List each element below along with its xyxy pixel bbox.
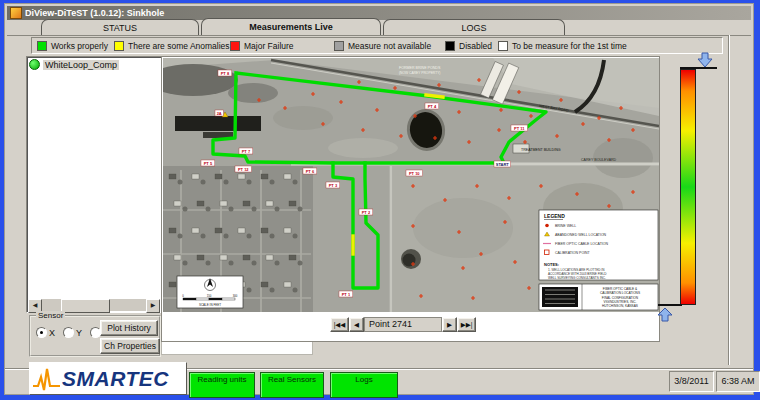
scroll-right-button[interactable]: ▶ [146,299,160,313]
svg-text:WELL SURVEYING CONSULTANTS INC: WELL SURVEYING CONSULTANTS INC. [548,276,606,280]
svg-text:TREATMENT BUILDING: TREATMENT BUILDING [521,148,561,152]
svg-text:LEGEND: LEGEND [544,213,565,219]
svg-text:CAREY BOULEVARD: CAREY BOULEVARD [581,158,617,162]
app-icon [10,7,22,19]
svg-text:(NOW CAREY PROPERTY): (NOW CAREY PROPERTY) [399,71,440,75]
scroll-track[interactable] [42,299,146,311]
map-legend-box: LEGENDBRINE WELLABANDONED WELL LOCATIONF… [539,210,658,280]
legend-item-disabled: Disabled [445,41,492,51]
radio-y-icon [63,327,74,338]
tab-logs[interactable]: LOGS [383,19,565,35]
sensor-tree-list[interactable]: WhiteLoop_Comp ◀ ▶ [26,56,162,313]
legend-item-first-time: To be measure for the 1st time [498,41,627,51]
point-navigator: |◀◀ ◀ Point 2741 ▶ ▶▶| [330,317,476,332]
svg-text:PT 1: PT 1 [342,292,351,297]
tab-measurements-live[interactable]: Measurements Live [201,18,381,35]
sensor-group-title: Sensor [36,311,65,320]
status-dot-icon [29,59,40,70]
first-point-button[interactable]: |◀◀ [330,317,349,332]
status-date: 3/8/2011 [669,371,714,392]
pane-right-groove [728,35,729,365]
green-swatch-icon [37,41,47,51]
app-window: DiView-DiTeST (1.0.12): Sinkhole STATUS … [0,0,760,400]
legend-item-major-failure: Major Failure [230,41,294,51]
prev-point-button[interactable]: ◀ [349,317,364,332]
colorbar-bottom-marker [658,304,682,306]
svg-text:ABANDONED WELL LOCATION: ABANDONED WELL LOCATION [555,233,607,237]
yellow-swatch-icon [114,41,124,51]
black-swatch-icon [445,41,455,51]
reading-units-button[interactable]: Reading units [189,372,255,398]
last-point-button[interactable]: ▶▶| [457,317,476,332]
real-sensors-button[interactable]: Real Sensors [260,372,324,398]
plot-history-button[interactable]: Plot History [100,320,158,336]
ch-properties-button[interactable]: Ch Properties [100,338,160,354]
svg-text:FIBER OPTIC CABLE LOCATION: FIBER OPTIC CABLE LOCATION [555,242,609,246]
title-bar[interactable]: DiView-DiTeST (1.0.12): Sinkhole [7,6,751,20]
sensor-group: Sensor X Y Z Plot History Ch Properties [29,315,161,357]
panel-filler [161,342,313,355]
status-legend-bar: Works properly There are some Anomalies … [31,37,723,54]
tab-status[interactable]: STATUS [41,19,199,35]
svg-text:PT 3: PT 3 [329,183,338,188]
svg-text:CALIBRATION POINT: CALIBRATION POINT [555,251,591,255]
svg-text:PT 8: PT 8 [221,71,230,76]
strain-colorbar [680,69,696,305]
current-point-field[interactable]: Point 2741 [364,317,442,332]
tree-item-label: WhiteLoop_Comp [43,60,119,70]
smartec-logo: SMARTEC [29,362,187,395]
svg-text:PT 11: PT 11 [514,126,525,131]
horizontal-scrollbar[interactable]: ◀ ▶ [28,299,160,311]
svg-text:PT 6: PT 6 [306,169,315,174]
legend-item-works-properly: Works properly [37,41,108,51]
legend-item-anomalies: There are some Anomalies [114,41,230,51]
radio-x[interactable]: X [36,327,55,338]
svg-text:PT 7: PT 7 [242,149,251,154]
slider-down-arrow-icon[interactable] [695,52,715,68]
radio-y[interactable]: Y [63,327,82,338]
svg-text:PT 12: PT 12 [238,167,249,172]
slider-up-arrow-icon[interactable] [656,307,674,322]
legend-item-not-available: Measure not available [334,41,431,51]
svg-text:FORMER BRINE PONDS: FORMER BRINE PONDS [399,66,441,70]
logs-button[interactable]: Logs [330,372,398,398]
map-panel: PT 82APT 7PT 5PT 12PT 6PT 3PT 2PT 1PT 10… [161,56,660,342]
svg-text:150: 150 [207,294,212,298]
svg-text:BRINE WELL: BRINE WELL [555,224,576,228]
svg-text:PT 10: PT 10 [409,171,420,176]
red-swatch-icon [230,41,240,51]
svg-text:PT 5: PT 5 [204,161,213,166]
svg-text:2A: 2A [217,111,222,116]
svg-text:SCALE IN FEET: SCALE IN FEET [199,303,221,307]
svg-text:PT 4: PT 4 [428,104,437,109]
svg-text:PT 2: PT 2 [362,210,371,215]
next-point-button[interactable]: ▶ [442,317,457,332]
svg-text:300: 300 [233,294,238,298]
scroll-thumb[interactable] [61,299,110,313]
map-title-block: FIBER OPTIC CABLE &CALIBRATION LOCATIONS… [539,284,658,310]
compass-and-scale: 0150300SCALE IN FEET [177,276,243,308]
window-body: DiView-DiTeST (1.0.12): Sinkhole STATUS … [4,3,754,395]
gray-swatch-icon [334,41,344,51]
svg-text:START: START [496,162,510,167]
window-title: DiView-DiTeST (1.0.12): Sinkhole [25,8,164,18]
radio-x-icon [36,327,47,338]
smartec-waveform-icon [32,364,62,394]
smartec-logo-text: SMARTEC [62,367,169,391]
tree-item-whiteloop[interactable]: WhiteLoop_Comp [27,57,161,72]
aerial-map: PT 82APT 7PT 5PT 12PT 6PT 3PT 2PT 1PT 10… [163,58,659,312]
tab-pane-edge [7,35,751,36]
svg-text:NOTES:: NOTES: [544,262,559,267]
white-swatch-icon [498,41,508,51]
status-time: 6:38 AM [716,371,760,392]
axis-radio-group: X Y Z [36,327,109,338]
svg-text:HUTCHINSON, KANSAS: HUTCHINSON, KANSAS [602,304,638,308]
